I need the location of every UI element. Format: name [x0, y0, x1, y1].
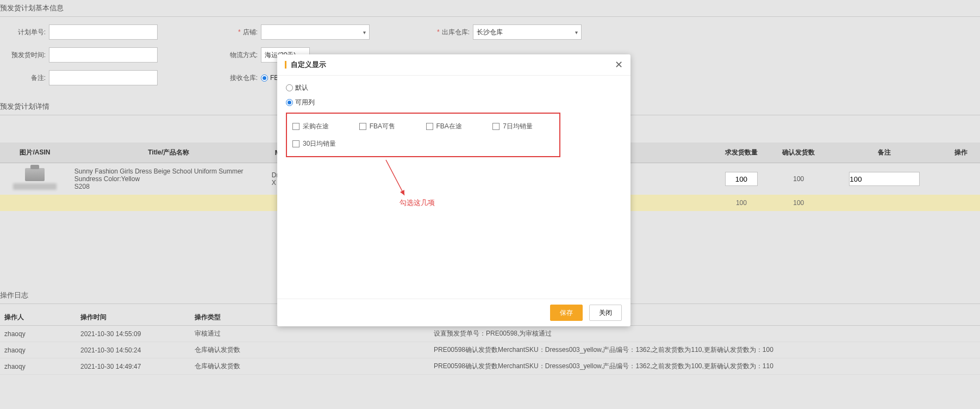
log-desc: PRE00598确认发货数MerchantSKU：Dresses003_yell… — [429, 358, 980, 375]
sum-confirm-qty: 100 — [770, 195, 827, 211]
annotation-text: 勾选这几项 — [400, 198, 435, 208]
section-basic-info-title: 预发货计划基本信息 — [0, 0, 980, 17]
checkbox-col-fba-sellable[interactable]: FBA可售 — [359, 122, 421, 131]
modal-footer: 保存 关闭 — [277, 299, 631, 326]
product-image — [25, 168, 45, 181]
product-title: Sunny Fashion Girls Dress Beige School U… — [74, 168, 263, 183]
th-confirm-qty: 确认发货数 — [770, 142, 827, 163]
input-preship-time[interactable] — [49, 47, 158, 63]
label-logistics: 物流方式: — [212, 51, 261, 60]
chk-label: 采购在途 — [303, 122, 329, 131]
available-columns-box: 采购在途 FBA可售 FBA在途 7日均销量 30日均销量 — [286, 113, 560, 157]
chk-label: 30日均销量 — [303, 139, 336, 148]
th-title: Title/产品名称 — [70, 142, 267, 163]
checkbox-icon — [359, 123, 366, 130]
select-out-warehouse-value: 长沙仓库 — [477, 28, 503, 37]
checkbox-icon — [492, 123, 500, 130]
th-img-asin: 图片/ASIN — [0, 142, 70, 163]
label-remark: 备注: — [0, 73, 49, 83]
label-shop: 店铺: — [212, 28, 261, 37]
checkbox-icon — [426, 123, 433, 130]
label-out-warehouse: 出库仓库: — [424, 28, 473, 37]
chk-label: FBA可售 — [370, 122, 395, 131]
log-row: zhaoqy 2021-10-30 14:49:47 仓库确认发货数 PRE00… — [0, 358, 980, 375]
modal-title: 自定义显示 — [291, 60, 326, 70]
log-op: zhaoqy — [0, 358, 76, 375]
th-op: 操作 — [942, 142, 980, 163]
select-out-warehouse[interactable]: 长沙仓库 ▾ — [473, 24, 582, 40]
checkbox-col-purchase-transit[interactable]: 采购在途 — [292, 122, 354, 131]
save-button[interactable]: 保存 — [550, 305, 583, 321]
checkbox-col-30day-avg[interactable]: 30日均销量 — [292, 139, 354, 148]
checkbox-col-fba-transit[interactable]: FBA在途 — [426, 122, 488, 131]
log-op: zhaoqy — [0, 342, 76, 358]
asin-text — [13, 183, 57, 190]
select-shop[interactable]: ▾ — [261, 24, 370, 40]
th-req-qty: 求发货数量 — [713, 142, 770, 163]
th-log-time: 操作时间 — [76, 309, 190, 326]
radio-icon — [286, 99, 293, 106]
product-code: S208 — [74, 183, 263, 190]
input-row-remark[interactable] — [849, 172, 920, 186]
close-icon[interactable]: ✕ — [615, 60, 623, 70]
input-req-qty[interactable] — [725, 172, 758, 186]
input-plan-no[interactable] — [49, 24, 158, 40]
log-type: 仓库确认发货数 — [190, 358, 429, 375]
modal-header: 自定义显示 ✕ — [277, 54, 631, 76]
log-type: 仓库确认发货数 — [190, 342, 429, 358]
label-preship-time: 预发货时间: — [0, 51, 49, 60]
th-log-operator: 操作人 — [0, 309, 76, 326]
input-remark[interactable] — [49, 70, 158, 85]
log-type: 审核通过 — [190, 326, 429, 342]
radio-default-label: 默认 — [295, 83, 308, 92]
log-time: 2021-10-30 14:49:47 — [76, 358, 190, 375]
log-desc: 设直预发货单号：PRE00598,为审核通过 — [429, 326, 980, 342]
radio-icon — [261, 75, 268, 82]
label-plan-no: 计划单号: — [0, 28, 49, 37]
chk-label: 7日均销量 — [503, 122, 533, 131]
chk-label: FBA在途 — [436, 122, 462, 131]
log-row: zhaoqy 2021-10-30 14:50:24 仓库确认发货数 PRE00… — [0, 342, 980, 358]
radio-available-label: 可用列 — [295, 98, 315, 107]
log-desc: PRE00598确认发货数MerchantSKU：Dresses003_yell… — [429, 342, 980, 358]
svg-line-0 — [386, 160, 404, 195]
chevron-down-icon: ▾ — [363, 29, 366, 35]
label-recv-warehouse: 接收仓库: — [212, 73, 261, 83]
radio-default[interactable]: 默认 — [286, 83, 622, 92]
radio-available[interactable]: 可用列 — [286, 98, 622, 107]
log-time: 2021-10-30 14:55:09 — [76, 326, 190, 342]
custom-columns-modal: 自定义显示 ✕ 默认 可用列 采购在途 FBA可售 FBA在途 — [277, 54, 631, 326]
accent-bar-icon — [285, 61, 286, 69]
checkbox-icon — [292, 140, 299, 147]
log-op: zhaoqy — [0, 326, 76, 342]
log-row: zhaoqy 2021-10-30 14:55:09 审核通过 设直预发货单号：… — [0, 326, 980, 342]
checkbox-col-7day-avg[interactable]: 7日均销量 — [492, 122, 554, 131]
radio-icon — [286, 84, 293, 91]
checkbox-icon — [292, 123, 299, 130]
log-time: 2021-10-30 14:50:24 — [76, 342, 190, 358]
sum-req-qty: 100 — [713, 195, 770, 211]
cell-confirm-qty: 100 — [770, 163, 827, 195]
th-remark: 备注 — [827, 142, 942, 163]
close-button[interactable]: 关闭 — [589, 305, 622, 321]
chevron-down-icon: ▾ — [575, 29, 578, 35]
